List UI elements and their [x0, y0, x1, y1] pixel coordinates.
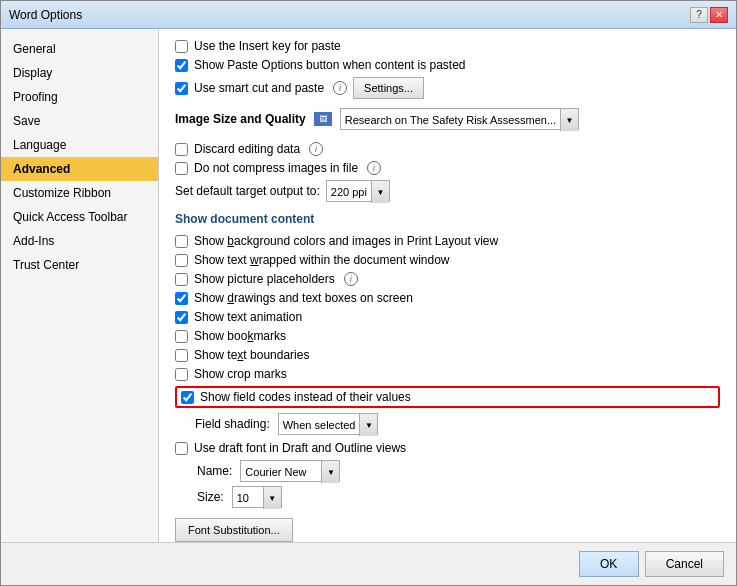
show-text-animation-checkbox[interactable]: [175, 311, 188, 324]
show-drawings-label: Show drawings and text boxes on screen: [194, 291, 413, 305]
dialog-footer: OK Cancel: [1, 542, 736, 585]
show-picture-placeholders-row: Show picture placeholders i: [175, 272, 720, 286]
ppi-dropdown[interactable]: 220 ppi ▼: [326, 180, 390, 202]
ppi-value: 220 ppi: [327, 181, 371, 201]
image-quality-label: Image Size and Quality: [175, 112, 306, 126]
draft-font-checkbox[interactable]: [175, 442, 188, 455]
show-text-boundaries-row: Show text boundaries: [175, 348, 720, 362]
show-text-wrapped-label: Show text wrapped within the document wi…: [194, 253, 449, 267]
show-bookmarks-label: Show bookmarks: [194, 329, 286, 343]
close-button[interactable]: ✕: [710, 7, 728, 23]
sidebar-item-display[interactable]: Display: [1, 61, 158, 85]
field-codes-checkbox[interactable]: [181, 391, 194, 404]
show-picture-placeholders-label: Show picture placeholders: [194, 272, 335, 286]
no-compress-info-icon: i: [367, 161, 381, 175]
font-name-arrow[interactable]: ▼: [321, 461, 339, 483]
sidebar-item-advanced[interactable]: Advanced: [1, 157, 158, 181]
ppi-dropdown-arrow[interactable]: ▼: [371, 181, 389, 203]
draft-font-row: Use draft font in Draft and Outline view…: [175, 441, 720, 455]
no-compress-label: Do not compress images in file: [194, 161, 358, 175]
show-text-boundaries-label: Show text boundaries: [194, 348, 309, 362]
show-bg-colors-label: Show background colors and images in Pri…: [194, 234, 498, 248]
sidebar-item-save[interactable]: Save: [1, 109, 158, 133]
font-name-row: Name: Courier New ▼: [197, 460, 720, 482]
dialog-title: Word Options: [9, 8, 82, 22]
use-smart-cut-checkbox[interactable]: [175, 82, 188, 95]
show-text-animation-label: Show text animation: [194, 310, 302, 324]
font-size-row: Size: 10 ▼: [197, 486, 720, 508]
document-dropdown[interactable]: Research on The Safety Risk Assessmen...…: [340, 108, 579, 130]
show-paste-options-row: Show Paste Options button when content i…: [175, 58, 720, 72]
show-bookmarks-row: Show bookmarks: [175, 329, 720, 343]
show-drawings-checkbox[interactable]: [175, 292, 188, 305]
field-shading-row: Field shading: When selected ▼: [195, 413, 720, 435]
show-bookmarks-checkbox[interactable]: [175, 330, 188, 343]
use-insert-key-checkbox[interactable]: [175, 40, 188, 53]
show-bg-colors-row: Show background colors and images in Pri…: [175, 234, 720, 248]
dialog-body: General Display Proofing Save Language A…: [1, 29, 736, 542]
show-paste-options-checkbox[interactable]: [175, 59, 188, 72]
sidebar-item-proofing[interactable]: Proofing: [1, 85, 158, 109]
field-shading-arrow[interactable]: ▼: [359, 414, 377, 436]
use-smart-cut-label: Use smart cut and paste: [194, 81, 324, 95]
show-paste-options-label: Show Paste Options button when content i…: [194, 58, 466, 72]
default-target-label: Set default target output to:: [175, 184, 320, 198]
show-crop-marks-label: Show crop marks: [194, 367, 287, 381]
field-shading-value: When selected: [279, 414, 360, 434]
font-size-label: Size:: [197, 490, 224, 504]
use-insert-key-label: Use the Insert key for paste: [194, 39, 341, 53]
font-size-value: 10: [233, 487, 263, 507]
show-crop-marks-row: Show crop marks: [175, 367, 720, 381]
sidebar: General Display Proofing Save Language A…: [1, 29, 159, 542]
no-compress-checkbox[interactable]: [175, 162, 188, 175]
show-text-animation-row: Show text animation: [175, 310, 720, 324]
ok-button[interactable]: OK: [579, 551, 639, 577]
document-name: Research on The Safety Risk Assessmen...: [341, 109, 560, 129]
show-picture-placeholders-checkbox[interactable]: [175, 273, 188, 286]
font-sub-section: Font Substitution...: [175, 514, 720, 542]
no-compress-row: Do not compress images in file i: [175, 161, 720, 175]
document-dropdown-arrow[interactable]: ▼: [560, 109, 578, 131]
draft-font-label: Use draft font in Draft and Outline view…: [194, 441, 406, 455]
image-quality-section: Image Size and Quality 🖼 Research on The…: [175, 104, 720, 134]
font-name-label: Name:: [197, 464, 232, 478]
font-name-dropdown[interactable]: Courier New ▼: [240, 460, 340, 482]
show-text-wrapped-row: Show text wrapped within the document wi…: [175, 253, 720, 267]
content-scroll[interactable]: Use the Insert key for paste Show Paste …: [159, 29, 736, 542]
cancel-button[interactable]: Cancel: [645, 551, 724, 577]
show-crop-marks-checkbox[interactable]: [175, 368, 188, 381]
discard-info-icon: i: [309, 142, 323, 156]
image-icon: 🖼: [314, 112, 332, 126]
font-size-dropdown[interactable]: 10 ▼: [232, 486, 282, 508]
field-shading-dropdown[interactable]: When selected ▼: [278, 413, 379, 435]
field-shading-label: Field shading:: [195, 417, 270, 431]
content-area: Use the Insert key for paste Show Paste …: [159, 29, 736, 542]
sidebar-item-customize-ribbon[interactable]: Customize Ribbon: [1, 181, 158, 205]
word-options-dialog: Word Options ? ✕ General Display Proofin…: [0, 0, 737, 586]
show-doc-content-header: Show document content: [175, 212, 720, 228]
sidebar-item-trust-center[interactable]: Trust Center: [1, 253, 158, 277]
settings-button[interactable]: Settings...: [353, 77, 424, 99]
discard-editing-row: Discard editing data i: [175, 142, 720, 156]
title-bar: Word Options ? ✕: [1, 1, 736, 29]
sidebar-item-language[interactable]: Language: [1, 133, 158, 157]
font-substitution-button[interactable]: Font Substitution...: [175, 518, 293, 542]
font-name-value: Courier New: [241, 461, 321, 481]
show-text-wrapped-checkbox[interactable]: [175, 254, 188, 267]
show-drawings-row: Show drawings and text boxes on screen: [175, 291, 720, 305]
sidebar-item-add-ins[interactable]: Add-Ins: [1, 229, 158, 253]
discard-editing-label: Discard editing data: [194, 142, 300, 156]
show-text-boundaries-checkbox[interactable]: [175, 349, 188, 362]
use-smart-cut-row: Use smart cut and paste i Settings...: [175, 77, 720, 99]
smart-cut-info-icon: i: [333, 81, 347, 95]
use-insert-key-row: Use the Insert key for paste: [175, 39, 720, 53]
sidebar-item-quick-access[interactable]: Quick Access Toolbar: [1, 205, 158, 229]
help-button[interactable]: ?: [690, 7, 708, 23]
font-size-arrow[interactable]: ▼: [263, 487, 281, 509]
field-codes-label: Show field codes instead of their values: [200, 390, 411, 404]
discard-editing-checkbox[interactable]: [175, 143, 188, 156]
picture-placeholders-info-icon: i: [344, 272, 358, 286]
show-bg-colors-checkbox[interactable]: [175, 235, 188, 248]
sidebar-item-general[interactable]: General: [1, 37, 158, 61]
default-target-row: Set default target output to: 220 ppi ▼: [175, 180, 720, 202]
